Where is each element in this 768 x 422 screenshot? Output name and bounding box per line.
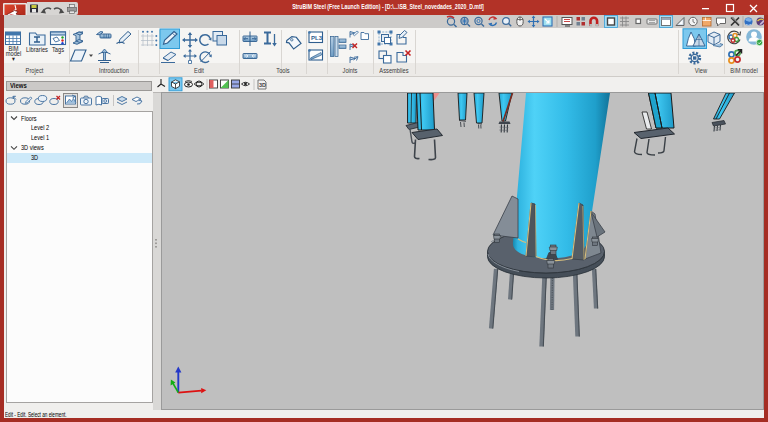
svg-text:3D: 3D <box>259 82 266 88</box>
svg-text:PL3: PL3 <box>311 35 323 41</box>
